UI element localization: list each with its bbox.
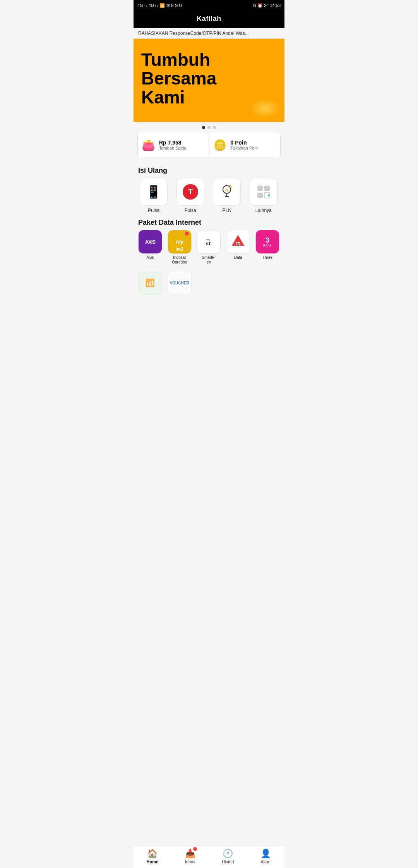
partial-icon-2: VOUCHER: [168, 271, 192, 295]
saldo-label: Tambah Saldo: [159, 146, 186, 150]
three-icon-box: 3 RITA: [255, 230, 279, 254]
lainnya-icon: [255, 183, 272, 200]
im3-brand-icon: my im3: [168, 230, 191, 253]
data-brand-icon: dp: [230, 233, 247, 250]
svg-rect-9: [257, 186, 263, 191]
paket-data-grid: AXIS Axis my im3 IndosatOoredoo my: [134, 230, 284, 265]
isi-ulang-title: Isi Ulang: [134, 161, 284, 178]
indosat-item[interactable]: my im3 IndosatOoredoo: [166, 230, 193, 265]
dot-1: [207, 126, 211, 129]
lainnya-icon-box: [250, 178, 278, 206]
pln-label: PLN: [223, 208, 231, 213]
data-item[interactable]: dp Data: [224, 230, 252, 265]
svg-rect-11: [257, 193, 263, 198]
axis-icon-box: AXIS: [138, 230, 162, 254]
poin-label: Tukarkan Poin: [231, 146, 258, 150]
paket-data-title: Paket Data Internet: [134, 213, 284, 230]
smartfren-item[interactable]: my sf. SmartFren: [195, 230, 223, 265]
pulsa1-label: Pulsa: [148, 208, 159, 213]
pln-icon-box: [213, 178, 241, 206]
hero-banner: Tumbuh Bersama Kami: [134, 39, 284, 122]
smartfren-icon-box: my sf.: [197, 230, 221, 254]
three-label: Three: [262, 255, 272, 260]
three-item[interactable]: 3 RITA Three: [254, 230, 281, 265]
poin-card[interactable]: 🪙 0 Poin Tukarkan Poin: [209, 133, 281, 157]
svg-text:dp: dp: [236, 242, 240, 246]
notification-icons: N ⏰ 24: [253, 3, 269, 8]
svg-text:T: T: [188, 187, 193, 196]
pln-icon: [218, 183, 235, 200]
hero-text: Tumbuh Bersama Kami: [141, 50, 277, 107]
header-title: Kafilah: [197, 15, 221, 22]
balance-section: 👛 Rp 7.958 Tambah Saldo 🪙 0 Poin Tukarka…: [137, 133, 281, 157]
partial-icon-1: 📶: [138, 271, 162, 295]
security-banner: RAHASIAKAN ResponseCode/OTP/PIN Anda! Wa…: [134, 28, 284, 39]
pln-item[interactable]: PLN: [210, 178, 244, 213]
axis-label: Axis: [146, 255, 154, 260]
coins-icon: 🪙: [213, 139, 227, 152]
pulsa2-item[interactable]: T Pulsa: [173, 178, 208, 213]
saldo-amount: Rp 7.958: [159, 140, 186, 146]
app-header: Kafilah: [134, 11, 284, 28]
axis-item[interactable]: AXIS Axis: [137, 230, 164, 265]
time: 14:53: [270, 3, 281, 8]
lainnya-label: Lainnya: [255, 208, 272, 213]
signal-icons: 4G↑↓ 4G↑↓ 📶 ✉ B S U: [137, 3, 182, 8]
lainnya-item[interactable]: Lainnya: [247, 178, 281, 213]
sf-brand-icon: my sf.: [197, 230, 220, 253]
dot-2: [213, 126, 216, 129]
isi-ulang-grid: 📱 Pulsa T Pulsa: [134, 178, 284, 213]
poin-amount: 0 Poin: [231, 140, 258, 146]
hero-decoration: [250, 99, 281, 118]
svg-point-2: [223, 186, 231, 193]
svg-line-5: [226, 189, 227, 191]
pulsa1-icon: 📱: [146, 184, 161, 199]
status-bar: 4G↑↓ 4G↑↓ 📶 ✉ B S U N ⏰ 24 14:53: [134, 0, 284, 11]
pulsa2-icon-box: T: [176, 178, 204, 206]
wallet-icon: 👛: [142, 139, 155, 152]
main-content: Tumbuh Bersama Kami 👛 Rp 7.958 Tambah Sa…: [134, 39, 284, 326]
three-brand-icon: 3 RITA: [256, 230, 279, 253]
partial-item-1[interactable]: 📶: [137, 271, 164, 295]
smartfren-label: SmartFren: [202, 255, 216, 265]
data-icon-box: dp: [226, 230, 250, 254]
svg-rect-10: [264, 186, 270, 191]
pulsa2-label: Pulsa: [185, 208, 196, 213]
scroll-partial-row: 📶 VOUCHER: [134, 271, 284, 295]
pulsa1-icon-box: 📱: [140, 178, 168, 206]
indosat-icon-box: my im3: [168, 230, 192, 254]
dot-active: [202, 126, 205, 129]
saldo-card[interactable]: 👛 Rp 7.958 Tambah Saldo: [138, 133, 209, 157]
indosat-label: IndosatOoredoo: [172, 255, 187, 265]
partial-item-2[interactable]: VOUCHER: [166, 271, 193, 295]
axis-brand-icon: AXIS: [139, 230, 162, 253]
carousel-dots: [134, 122, 284, 133]
poin-info: 0 Poin Tukarkan Poin: [231, 140, 258, 150]
saldo-info: Rp 7.958 Tambah Saldo: [159, 140, 186, 150]
pulsa1-item[interactable]: 📱 Pulsa: [137, 178, 171, 213]
status-left-icons: 4G↑↓ 4G↑↓ 📶 ✉ B S U: [137, 3, 182, 8]
telkomsel-icon: T: [183, 184, 198, 200]
data-label: Data: [234, 255, 242, 260]
status-right-icons: N ⏰ 24 14:53: [253, 3, 281, 8]
